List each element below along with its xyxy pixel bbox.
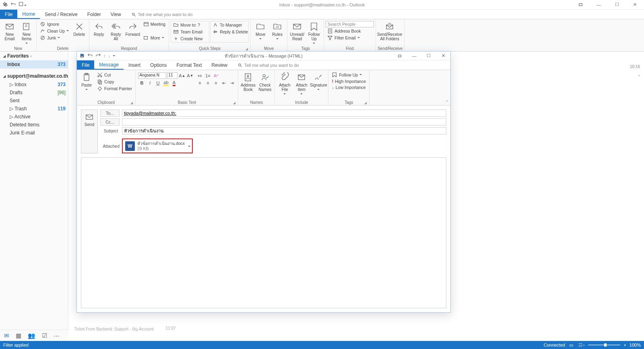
tab-file[interactable]: File [0,10,17,19]
clear-format-button[interactable]: Aᵃ [212,72,219,79]
compose-prev-icon[interactable]: ↑ [103,54,106,58]
underline-button[interactable]: U [154,80,161,86]
qs-replydelete[interactable]: Reply & Delete [211,29,248,35]
nav-inbox-fav[interactable]: Inbox373 [0,60,68,68]
favorites-section[interactable]: ◢Favorites‹ [0,52,68,60]
rules-button[interactable]: Rules [269,21,285,41]
view-reading-icon[interactable]: ☷ [578,343,582,347]
compose-maximize-icon[interactable]: ☐ [421,52,436,60]
signature-button[interactable]: Signature [310,72,326,92]
followup-button[interactable]: Follow Up [330,72,367,78]
collapse-ribbon-icon[interactable]: ⌃ [446,100,449,104]
zoom-in-icon[interactable]: + [623,343,626,347]
tellme-search[interactable]: Tell me what you want to do [126,10,193,19]
compose-popout-icon[interactable] [392,52,407,60]
view-normal-icon[interactable]: ▭ [569,343,573,347]
compose-tab-options[interactable]: Options [145,60,171,70]
tab-home[interactable]: Home [17,10,40,19]
tab-folder[interactable]: Folder [83,10,106,19]
compose-tab-review[interactable]: Review [207,60,232,70]
qs-tomanager[interactable]: To Manager [211,22,248,28]
align-left-button[interactable]: ≡ [196,80,203,86]
junk-button[interactable]: Junk [38,35,70,41]
cut-button[interactable]: Cut [95,72,134,78]
compose-redo-icon[interactable] [95,53,101,59]
compose-tab-file[interactable]: File [77,60,94,70]
window-close-icon[interactable]: ✕ [626,0,644,10]
compose-tellme[interactable]: Tell me what you want to do [232,60,299,70]
new-items-button[interactable]: New Items [19,21,35,46]
account-section[interactable]: ◢support@mailmaster.co.th [0,72,68,81]
check-names-button[interactable]: Check Names [257,72,273,93]
window-minimize-icon[interactable] [572,0,590,10]
qs-moveto[interactable]: Move to: ? [171,22,208,28]
to-input[interactable] [122,109,446,117]
people-icon[interactable]: 👥 [28,332,35,339]
nav-archive[interactable]: ▷ Archive [0,113,68,121]
window-minimize-icon[interactable]: — [590,0,608,10]
unread-button[interactable]: Unread/ Read [289,21,305,42]
low-importance-button[interactable]: ↓Low Importance [330,85,367,90]
send-button[interactable]: Send [81,109,98,153]
meeting-button[interactable]: Meeting [142,21,167,27]
compose-undo-icon[interactable] [87,53,93,59]
nav-drafts[interactable]: Drafts[96] [0,89,68,97]
mail-icon[interactable]: ✉ [4,332,9,339]
copy-button[interactable]: Copy [95,78,134,85]
more-icon[interactable]: ⋯ [54,332,60,339]
address-book-button[interactable]: Address Book [326,28,374,34]
attach-file-button[interactable]: Attach File [277,72,293,97]
forward-button[interactable]: Forward [125,21,141,37]
compose-tab-message[interactable]: Message [94,60,124,70]
followup-button[interactable]: Follow Up [306,21,322,46]
compose-body[interactable] [81,157,446,308]
paste-button[interactable]: Paste [78,72,95,92]
font-size-select[interactable]: 11 [167,72,178,79]
qat-sendreceive-icon[interactable] [2,2,8,8]
compose-tab-format[interactable]: Format Text [171,60,206,70]
reply-all-button[interactable]: Reply All [108,21,124,42]
shrink-font-icon[interactable]: A▼ [186,72,194,79]
nav-sent[interactable]: Sent [0,97,68,105]
indent-dec-button[interactable]: ⇤ [220,80,227,86]
window-maximize-icon[interactable]: ☐ [608,0,626,10]
zoom-out-icon[interactable]: − [582,343,585,347]
subject-input[interactable] [122,127,446,134]
align-right-button[interactable]: ≡ [212,80,219,86]
font-color-button[interactable]: A [170,80,178,86]
qat-dropdown-icon[interactable] [19,2,27,8]
to-button[interactable]: To... [100,109,120,117]
search-people-input[interactable]: Search People [326,21,374,27]
calendar-icon[interactable]: ▦ [16,332,21,339]
address-book-button[interactable]: Address Book [240,72,256,93]
ignore-button[interactable]: Ignore [38,21,70,27]
font-select[interactable]: Angsana N [138,72,166,79]
attachment-item[interactable]: W หัวข้อการดำเนินงาน.docx 29 KB [122,138,193,153]
reply-button[interactable]: Reply [91,21,107,37]
qs-createnew[interactable]: Create New [171,35,208,42]
qat-undo-icon[interactable] [10,2,16,8]
grow-font-icon[interactable]: A▲ [178,72,186,79]
attachment-dropdown-icon[interactable] [188,146,190,148]
cc-input[interactable] [122,118,446,126]
cleanup-button[interactable]: Clean Up [38,28,70,34]
new-email-button[interactable]: New Email [2,21,18,42]
nav-trash[interactable]: ▷ Trash119 [0,105,68,113]
nav-junk[interactable]: Junk E-mail [0,129,68,137]
compose-close-icon[interactable]: ✕ [436,52,450,60]
bullets-button[interactable]: •≡ [196,72,203,79]
bold-button[interactable]: B [138,80,145,86]
compose-tab-insert[interactable]: Insert [124,60,145,70]
compose-save-icon[interactable] [79,53,85,59]
zoom-slider[interactable] [588,345,620,345]
collapse-pane-icon[interactable]: ⌄ [638,72,641,77]
compose-minimize-icon[interactable]: — [407,52,421,60]
format-painter-button[interactable]: Format Painter [95,85,134,92]
tab-send-receive[interactable]: Send / Receive [40,10,82,19]
more-button[interactable]: More [142,35,167,41]
highlight-button[interactable]: ab [162,80,169,86]
cc-button[interactable]: Cc... [100,118,120,126]
compose-qat-more[interactable] [113,55,115,58]
compose-next-icon[interactable]: ↓ [108,54,111,58]
move-button[interactable]: Move [252,21,268,41]
